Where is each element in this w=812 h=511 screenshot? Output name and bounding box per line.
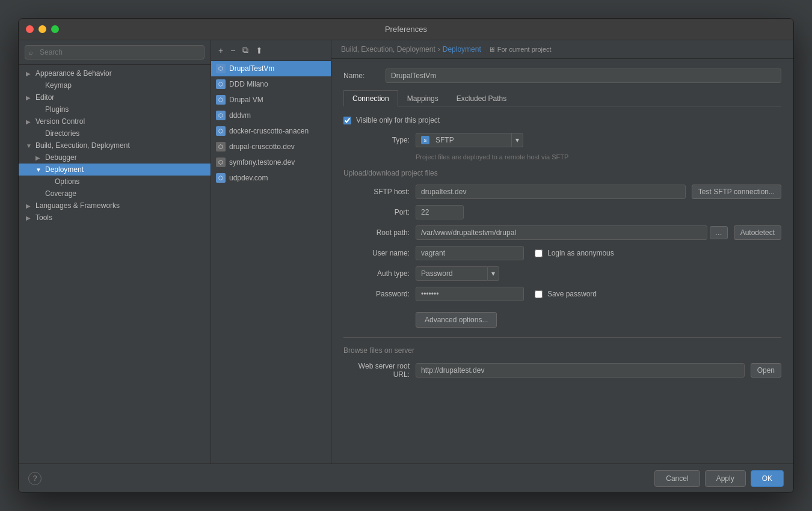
login-anon-wrap: Login as anonymous: [535, 249, 614, 257]
type-select-wrap: S SFTP ▾: [416, 133, 523, 147]
login-anon-checkbox[interactable]: [535, 249, 543, 257]
server-icon: ⬡: [216, 79, 226, 89]
breadcrumb: Build, Execution, Deployment › Deploymen…: [331, 40, 793, 59]
help-button[interactable]: ?: [28, 472, 42, 485]
settings-area: Name: Connection Mappings Excluded Paths…: [331, 59, 793, 464]
sidebar-item-build[interactable]: ▼ Build, Execution, Deployment: [19, 139, 211, 151]
sidebar-item-appearance[interactable]: ▶ Appearance & Behavior: [19, 67, 211, 79]
sftp-host-input[interactable]: [416, 185, 686, 199]
type-row: Type: S SFTP ▾: [343, 133, 781, 147]
sftp-icon: S: [421, 136, 429, 144]
apply-button[interactable]: Apply: [705, 470, 746, 487]
sidebar-item-keymap[interactable]: Keymap: [19, 79, 211, 91]
server-icon: ⬡: [216, 111, 226, 120]
server-item-label: symfony.testone.dev: [229, 158, 295, 167]
server-icon: ⬡: [216, 126, 226, 136]
ok-button[interactable]: OK: [751, 470, 784, 487]
sidebar-item-coverage[interactable]: Coverage: [19, 188, 211, 200]
server-item-drupal-test-vm[interactable]: ⬡ DrupalTestVm: [211, 61, 331, 76]
sidebar-item-plugins[interactable]: Plugins: [19, 103, 211, 115]
visible-only-checkbox[interactable]: [343, 117, 351, 124]
auth-type-select[interactable]: Password: [416, 266, 488, 281]
tab-excluded-paths[interactable]: Excluded Paths: [448, 90, 515, 106]
advanced-options-button[interactable]: Advanced options...: [416, 312, 497, 328]
root-path-label: Root path:: [343, 228, 410, 237]
type-label: Type:: [343, 136, 410, 144]
auth-type-value: Password: [421, 269, 453, 278]
move-server-button[interactable]: ⬆: [253, 44, 265, 57]
server-icon: ⬡: [216, 95, 226, 105]
server-toolbar: + − ⧉ ⬆: [211, 40, 331, 61]
auth-dropdown-button[interactable]: ▾: [488, 266, 499, 281]
server-icon: ⬡: [216, 142, 226, 151]
sidebar-item-label: Tools: [35, 213, 205, 222]
sidebar-item-editor[interactable]: ▶ Editor: [19, 91, 211, 103]
autodetect-button[interactable]: Autodetect: [734, 225, 781, 240]
browse-section-label: Browse files on server: [343, 337, 781, 355]
tab-connection[interactable]: Connection: [343, 90, 398, 106]
browse-root-path-button[interactable]: …: [710, 226, 728, 239]
sidebar-item-options[interactable]: Options: [19, 176, 211, 188]
server-item-ddd-milano[interactable]: ⬡ DDD Milano: [211, 76, 331, 92]
sidebar-item-directories[interactable]: Directories: [19, 127, 211, 139]
search-input[interactable]: [25, 45, 205, 60]
cancel-button[interactable]: Cancel: [654, 470, 700, 487]
sidebar-item-label: Version Control: [35, 117, 205, 126]
sidebar-item-deployment[interactable]: ▼ Deployment: [19, 164, 211, 176]
type-hint: Project files are deployed to a remote h…: [416, 153, 781, 161]
main-panel: Build, Execution, Deployment › Deploymen…: [331, 40, 793, 464]
test-connection-button[interactable]: Test SFTP connection...: [692, 185, 781, 199]
password-input[interactable]: [416, 287, 524, 301]
sidebar-item-label: Debugger: [45, 153, 205, 162]
save-password-checkbox[interactable]: [535, 290, 543, 298]
open-button[interactable]: Open: [751, 363, 781, 378]
root-path-input[interactable]: [416, 225, 707, 240]
sidebar-item-languages[interactable]: ▶ Languages & Frameworks: [19, 200, 211, 212]
username-row: User name: Login as anonymous: [343, 246, 781, 260]
sftp-host-label: SFTP host:: [343, 188, 410, 196]
breadcrumb-badge: 🖥 For current project: [488, 46, 552, 53]
server-item-drupal-vm[interactable]: ⬡ Drupal VM: [211, 92, 331, 108]
breadcrumb-separator: ›: [438, 45, 440, 54]
sidebar-item-tools[interactable]: ▶ Tools: [19, 212, 211, 224]
name-input[interactable]: [386, 69, 781, 83]
visible-only-label: Visible only for this project: [356, 116, 440, 124]
server-item-label: udpdev.com: [229, 174, 268, 182]
tab-mappings[interactable]: Mappings: [398, 90, 448, 106]
auth-type-row: Auth type: Password ▾: [343, 266, 781, 281]
port-label: Port:: [343, 208, 410, 216]
save-password-label: Save password: [547, 290, 597, 298]
name-row: Name:: [343, 69, 781, 83]
type-dropdown-button[interactable]: ▾: [512, 133, 523, 147]
server-item-docker[interactable]: ⬡ docker-cruscotto-anacen: [211, 123, 331, 139]
web-root-input[interactable]: [416, 363, 745, 378]
sidebar-item-version-control[interactable]: ▶ Version Control: [19, 115, 211, 127]
sidebar-item-label: Plugins: [45, 105, 205, 114]
add-server-button[interactable]: +: [216, 44, 226, 57]
port-input[interactable]: [416, 205, 464, 219]
sidebar-item-debugger[interactable]: ▶ Debugger: [19, 151, 211, 164]
root-path-row: Root path: … Autodetect: [343, 225, 781, 240]
server-item-udpdev[interactable]: ⬡ udpdev.com: [211, 170, 331, 186]
arrow-icon: ▼: [26, 142, 34, 149]
sidebar-nav: ▶ Appearance & Behavior Keymap ▶ Editor …: [19, 65, 211, 464]
search-icon: ⌕: [29, 49, 33, 56]
visible-only-row: Visible only for this project: [343, 116, 781, 124]
close-button[interactable]: [26, 25, 34, 33]
server-item-label: DDD Milano: [229, 80, 268, 88]
maximize-button[interactable]: [51, 25, 59, 33]
search-bar: ⌕: [19, 40, 211, 65]
username-input[interactable]: [416, 246, 524, 260]
bottom-bar: ? Cancel Apply OK: [19, 464, 793, 492]
type-select[interactable]: S SFTP: [416, 133, 512, 147]
server-item-symfony[interactable]: ⬡ symfony.testone.dev: [211, 155, 331, 170]
remove-server-button[interactable]: −: [228, 44, 238, 57]
server-icon: ⬡: [216, 158, 226, 167]
server-item-dddvm[interactable]: ⬡ dddvm: [211, 108, 331, 123]
arrow-icon: ▶: [26, 215, 34, 221]
minimize-button[interactable]: [38, 25, 46, 33]
copy-server-button[interactable]: ⧉: [240, 44, 251, 57]
preferences-window: Preferences ⌕ ▶ Appearance & Behavior Ke…: [18, 18, 794, 493]
password-row: Password: Save password: [343, 287, 781, 301]
server-item-drupal-cruscotto[interactable]: ⬡ drupal-cruscotto.dev: [211, 139, 331, 155]
